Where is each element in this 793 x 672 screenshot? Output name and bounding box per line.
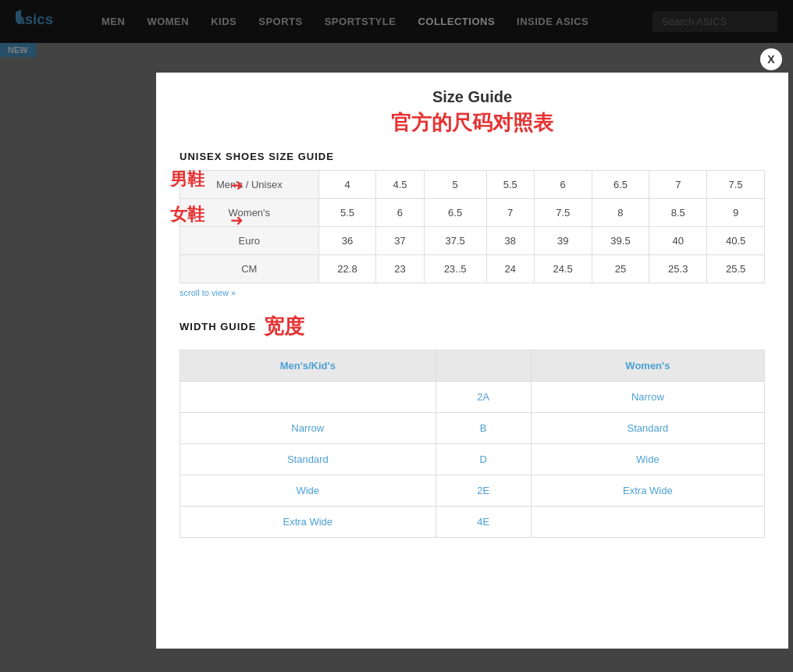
modal-title: Size Guide bbox=[180, 88, 765, 106]
size-table-wrapper[interactable]: Men's / Unisex44.555.566.577.5Women's5.5… bbox=[180, 170, 765, 283]
width-table: Men's/Kid'sWomen's 2ANarrowNarrowBStanda… bbox=[180, 350, 765, 538]
mens-label-annotation: 男鞋 bbox=[170, 168, 204, 191]
unisex-section-heading: UNISEX SHOES SIZE GUIDE bbox=[180, 151, 765, 162]
womens-label-annotation: 女鞋 bbox=[170, 203, 204, 226]
size-table: Men's / Unisex44.555.566.577.5Women's5.5… bbox=[180, 170, 765, 283]
mens-arrow-icon: ➜ bbox=[230, 176, 244, 194]
womens-arrow-icon: ➜ bbox=[230, 211, 244, 229]
size-guide-modal: Size Guide 官方的尺码对照表 UNISEX SHOES SIZE GU… bbox=[156, 73, 788, 649]
width-subtitle: 宽度 bbox=[264, 313, 304, 340]
width-heading-wrap: WIDTH GUIDE 宽度 bbox=[180, 313, 765, 340]
close-button[interactable]: X bbox=[760, 48, 782, 70]
scroll-note: scroll to view » bbox=[180, 288, 765, 297]
width-section-heading: WIDTH GUIDE bbox=[180, 321, 256, 332]
modal-subtitle: 官方的尺码对照表 bbox=[180, 109, 765, 137]
